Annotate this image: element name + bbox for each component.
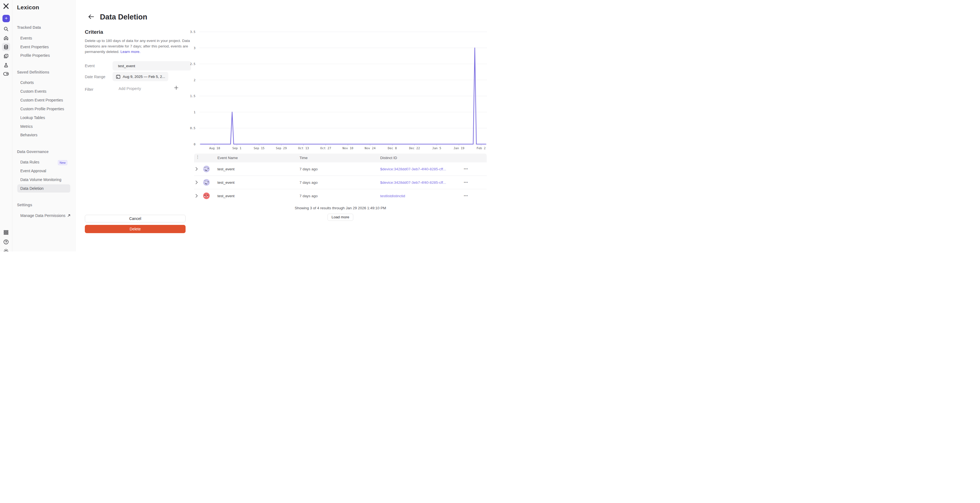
column-header-event-name[interactable]: Event Name <box>217 154 238 162</box>
search-icon[interactable] <box>3 26 9 32</box>
back-arrow-button[interactable] <box>88 14 95 21</box>
row-event-name: test_event <box>217 167 234 171</box>
sidebar-item-data-volume-monitoring[interactable]: Data Volume Monitoring <box>20 177 61 182</box>
learn-more-link[interactable]: Learn more. <box>121 50 140 54</box>
user-avatar-lavender-icon <box>203 179 210 186</box>
cancel-button[interactable]: Cancel <box>85 215 186 222</box>
mixpanel-logo-icon[interactable] <box>3 3 10 10</box>
event-value: test_event <box>118 64 135 68</box>
event-label: Event <box>85 63 95 68</box>
sidebar-item-data-deletion[interactable]: Data Deletion <box>20 186 44 192</box>
row-distinct-id-link[interactable]: $device:3428dd07-3eb7-4f40-8285-cff... <box>380 167 446 171</box>
sidebar-item-custom-profile-properties[interactable]: Custom Profile Properties <box>20 106 64 112</box>
lexicon-database-icon[interactable] <box>3 44 9 50</box>
sidebar-item-manage-data-permissions[interactable]: Manage Data Permissions <box>20 213 70 219</box>
load-more-button[interactable]: Load more <box>328 214 353 221</box>
create-new-button[interactable]: + <box>2 15 10 22</box>
criteria-heading: Criteria <box>85 29 103 35</box>
home-icon[interactable] <box>3 35 9 41</box>
feature-flags-toggle-icon[interactable] <box>3 72 9 76</box>
row-overflow-menu-icon[interactable]: ••• <box>464 168 468 170</box>
sidebar-item-profile-properties[interactable]: Profile Properties <box>20 52 50 59</box>
user-avatar-red-icon <box>203 192 210 199</box>
page-title: Data Deletion <box>100 13 147 21</box>
lexicon-sidebar: Lexicon Tracked Data Events Event Proper… <box>12 0 76 252</box>
row-distinct-id-link[interactable]: $device:3428dd07-3eb7-4f40-8285-cff... <box>380 181 446 184</box>
row-time: 7 days ago <box>299 194 318 198</box>
sidebar-item-events[interactable]: Events <box>20 35 32 41</box>
sidebar-item-behaviors[interactable]: Behaviors <box>20 132 37 138</box>
user-avatar-lavender-icon <box>203 165 210 173</box>
sidebar-item-event-properties[interactable]: Event Properties <box>20 44 49 50</box>
add-filter-plus-icon[interactable] <box>174 86 178 90</box>
row-overflow-menu-icon[interactable]: ••• <box>464 181 468 184</box>
row-time: 7 days ago <box>299 167 318 171</box>
apps-grid-icon[interactable] <box>3 230 9 235</box>
sidebar-item-data-rules[interactable]: Data Rules <box>20 159 39 165</box>
icon-rail: + <box>0 0 12 252</box>
new-badge: New <box>58 160 67 165</box>
section-tracked-data: Tracked Data <box>17 24 41 30</box>
load-more-wrap: Load more <box>194 214 487 221</box>
column-header-distinct-id[interactable]: Distinct ID <box>380 154 397 162</box>
sidebar-item-metrics[interactable]: Metrics <box>20 124 33 129</box>
table-header-row: ↓↑ Event Name Time Distinct ID <box>194 154 487 162</box>
section-saved-definitions: Saved Definitions <box>17 69 49 75</box>
section-data-governance: Data Governance <box>17 149 49 155</box>
table-row[interactable]: test_event 7 days ago testlistdistinctid… <box>194 189 487 202</box>
sidebar-item-cohorts[interactable]: Cohorts <box>20 79 34 86</box>
section-settings: Settings <box>17 202 32 208</box>
table-row[interactable]: test_event 7 days ago $device:3428dd07-3… <box>194 176 487 189</box>
delete-button[interactable]: Delete <box>85 225 186 233</box>
table-row[interactable]: test_event 7 days ago $device:3428dd07-3… <box>194 162 487 176</box>
event-field[interactable]: test_event <box>113 61 191 70</box>
row-event-name: test_event <box>217 194 234 198</box>
boards-icon[interactable] <box>3 54 9 59</box>
date-range-label: Date Range <box>85 74 105 79</box>
sidebar-item-lookup-tables[interactable]: Lookup Tables <box>20 115 45 121</box>
results-table: ↓↑ Event Name Time Distinct ID test_even… <box>194 154 487 221</box>
row-distinct-id-link[interactable]: testlistdistinctid <box>380 194 405 198</box>
add-property-placeholder[interactable]: Add Property <box>119 86 141 91</box>
experiments-flask-icon[interactable] <box>3 62 9 68</box>
expand-chevron-icon[interactable] <box>196 194 198 198</box>
criteria-description: Delete up to 180 days of data for any ev… <box>85 38 191 54</box>
manage-data-permissions-label: Manage Data Permissions <box>20 213 65 218</box>
row-overflow-menu-icon[interactable]: ••• <box>464 194 468 197</box>
calendar-icon <box>116 74 121 79</box>
expand-chevron-icon[interactable] <box>196 167 198 171</box>
filter-label: Filter <box>85 87 93 92</box>
sidebar-item-custom-event-properties[interactable]: Custom Event Properties <box>20 97 63 103</box>
row-event-name: test_event <box>217 181 234 184</box>
row-time: 7 days ago <box>299 181 318 184</box>
help-icon[interactable] <box>3 239 9 244</box>
date-range-value: Aug 9, 2025 — Feb 5, 2... <box>123 75 165 79</box>
expand-chevron-icon[interactable] <box>196 181 198 184</box>
settings-gear-icon[interactable] <box>3 249 9 252</box>
sort-order-icon[interactable]: ↓↑ <box>196 154 200 159</box>
sidebar-item-custom-events[interactable]: Custom Events <box>20 88 46 94</box>
date-range-field[interactable]: Aug 9, 2025 — Feb 5, 2... <box>113 72 168 81</box>
app-title: Lexicon <box>17 4 39 11</box>
results-summary-text: Showing 3 of 4 results through Jan 29 20… <box>194 206 487 210</box>
sidebar-item-event-approval[interactable]: Event Approval <box>20 168 46 174</box>
lexicon-data-deletion-page: + <box>0 0 490 252</box>
external-link-icon <box>67 214 70 217</box>
column-header-time[interactable]: Time <box>299 154 308 162</box>
